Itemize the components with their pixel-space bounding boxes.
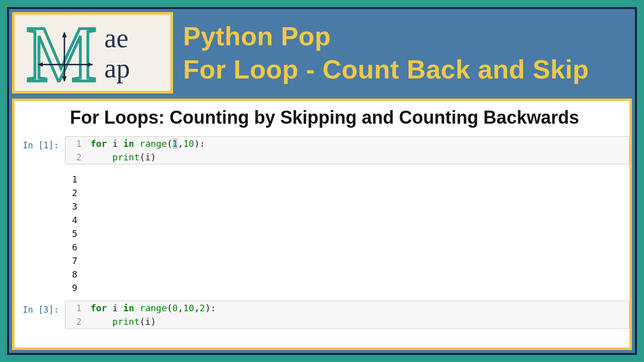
code-line[interactable]: for i in range(1,10): [88, 137, 629, 150]
logo-top-text: ae [104, 23, 128, 53]
title-box: Python Pop For Loop - Count Back and Ski… [178, 9, 635, 97]
line-number: 1 [65, 137, 88, 150]
title-line-1: Python Pop [183, 22, 635, 50]
code-line[interactable]: for i in range(0,10,2): [88, 301, 629, 315]
video-frame: M ae ap Python Pop For Loop - Count Back… [7, 7, 637, 355]
line-number: 2 [65, 150, 88, 164]
code-input-area[interactable]: 1 for i in range(1,10): 2 print(i) [65, 136, 629, 164]
title-line-2: For Loop - Count Back and Skip [183, 55, 635, 83]
input-prompt: In [3]: [15, 301, 65, 315]
logo-bottom-text: ap [104, 53, 130, 83]
cell-output: 1 2 3 4 5 6 7 8 9 [15, 167, 629, 301]
code-line[interactable]: print(i) [88, 150, 629, 164]
code-line[interactable]: print(i) [88, 315, 629, 328]
logo-box: M ae ap [12, 12, 173, 94]
code-cell: In [3]: 1 for i in range(0,10,2): 2 prin… [15, 301, 629, 329]
notebook-heading: For Loops: Counting by Skipping and Coun… [15, 106, 629, 136]
line-number: 2 [65, 315, 88, 328]
code-cell: In [1]: 1 for i in range(1,10): 2 print(… [15, 136, 629, 164]
input-prompt: In [1]: [15, 136, 65, 150]
maemap-logo: M ae ap [20, 18, 166, 88]
line-number: 1 [65, 301, 88, 315]
header: M ae ap Python Pop For Loop - Count Back… [9, 9, 635, 97]
notebook-panel: For Loops: Counting by Skipping and Coun… [12, 99, 632, 350]
code-input-area[interactable]: 1 for i in range(0,10,2): 2 print(i) [65, 301, 629, 329]
svg-text:M: M [26, 18, 97, 88]
